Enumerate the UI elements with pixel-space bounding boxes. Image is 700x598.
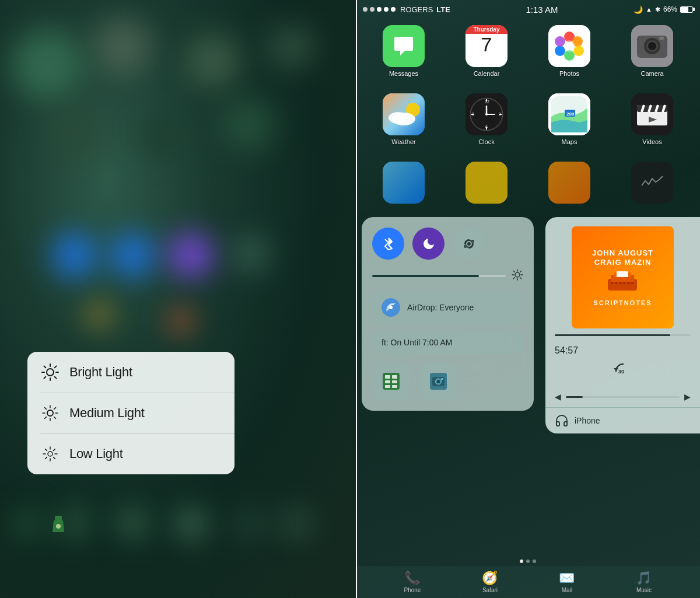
volume-max-icon: ▶: [684, 392, 691, 401]
airdrop-icon: [382, 298, 400, 317]
volume-mute-icon: ◀: [555, 392, 561, 401]
calendar-month: Thursday: [466, 25, 508, 34]
svg-text:9: 9: [472, 112, 474, 116]
dock-safari[interactable]: 🧭 Safari: [482, 571, 498, 593]
app-messages[interactable]: Messages: [365, 25, 443, 77]
svg-line-14: [45, 408, 47, 410]
medium-light-option[interactable]: Medium Light: [27, 393, 235, 433]
app-partial-3[interactable]: [530, 162, 608, 204]
typewriter-icon: [592, 270, 653, 296]
bluetooth-toggle[interactable]: [372, 228, 404, 260]
videos-icon: [631, 93, 673, 135]
svg-rect-102: [619, 282, 622, 284]
nightshift-button[interactable]: ft: On Until 7:00 AM: [372, 331, 523, 354]
rotation-lock-toggle[interactable]: [453, 228, 485, 260]
weather-label: Weather: [391, 138, 415, 145]
svg-line-5: [44, 366, 46, 368]
svg-point-61: [485, 113, 488, 116]
dock-safari-label: Safari: [482, 587, 498, 593]
signal-dot-1: [363, 7, 368, 12]
weather-icon: [383, 93, 425, 135]
maps-label: Maps: [562, 138, 578, 145]
svg-point-18: [48, 452, 52, 456]
camera-label: Camera: [640, 70, 663, 77]
app-weather[interactable]: Weather: [365, 93, 443, 145]
bright-light-option[interactable]: Bright Light: [27, 352, 235, 393]
calendar-icon: Thursday 7: [466, 25, 508, 67]
svg-line-83: [513, 278, 514, 279]
bright-light-icon: [40, 362, 60, 382]
svg-rect-104: [627, 282, 630, 284]
app-partial-4[interactable]: [613, 162, 691, 204]
svg-rect-86: [385, 375, 390, 379]
volume-control: ◀ ▶: [545, 390, 700, 407]
podcast-time-elapsed: 54:57: [545, 345, 700, 361]
calculator-quick-button[interactable]: [372, 362, 410, 400]
app-clock[interactable]: 12 3 6 9 Clock: [447, 93, 526, 145]
svg-rect-101: [615, 282, 618, 284]
flashlight-icon[interactable]: [44, 509, 73, 538]
app-partial-2[interactable]: [447, 162, 526, 204]
network-type-label: LTE: [436, 5, 450, 14]
app-partial-1[interactable]: [365, 162, 443, 204]
svg-rect-27: [55, 516, 62, 520]
svg-rect-88: [385, 380, 390, 383]
svg-line-8: [44, 377, 46, 379]
music-panel: JOHN AUGUST CRAIG MAZIN: [545, 217, 700, 433]
brightness-sun-icon: [512, 269, 523, 283]
svg-text:280: 280: [566, 111, 575, 117]
svg-point-47: [392, 113, 415, 125]
dock-phone[interactable]: 📞 Phone: [404, 571, 421, 593]
maps-icon: 280: [548, 93, 590, 135]
app-videos[interactable]: Videos: [613, 93, 691, 145]
safari-dock-icon: 🧭: [482, 571, 498, 586]
svg-point-74: [468, 243, 470, 245]
app-photos[interactable]: Photos: [530, 25, 608, 77]
medium-light-icon: [40, 403, 60, 423]
airdrop-button[interactable]: AirDrop: Everyone: [372, 291, 523, 324]
apps-row-1: Messages Thursday 7 Calendar: [362, 22, 694, 80]
page-dot-2: [526, 559, 530, 563]
signal-dot-4: [384, 7, 388, 12]
messages-icon: [383, 25, 425, 67]
svg-point-42: [648, 42, 656, 50]
app-calendar[interactable]: Thursday 7 Calendar: [447, 25, 526, 77]
low-light-label: Low Light: [69, 446, 123, 461]
partial-app-1-icon: [383, 162, 425, 204]
apps-row-2: Weather 12 3 6 9: [362, 90, 694, 148]
brightness-slider-row: [372, 269, 523, 283]
location-icon: ▲: [646, 6, 652, 13]
svg-rect-87: [392, 375, 397, 379]
mail-dock-icon: ✉️: [559, 571, 575, 586]
dock-music[interactable]: 🎵 Music: [636, 571, 652, 593]
svg-rect-90: [385, 385, 390, 388]
podcast-progress-bar[interactable]: [555, 334, 691, 336]
svg-point-0: [47, 369, 54, 376]
app-maps[interactable]: 280 Maps: [530, 93, 608, 145]
camera-icon: [631, 25, 673, 67]
output-device-row[interactable]: iPhone: [545, 407, 700, 433]
signal-dot-2: [370, 7, 374, 12]
low-light-option[interactable]: Low Light: [27, 433, 235, 474]
airdrop-label: AirDrop: Everyone: [407, 303, 474, 312]
brightness-track[interactable]: [372, 275, 506, 277]
page-dot-3: [533, 559, 536, 563]
rewind-30-button[interactable]: 30: [612, 361, 634, 385]
svg-point-75: [515, 272, 520, 277]
camera-quick-button[interactable]: [419, 362, 457, 400]
volume-track[interactable]: [566, 396, 680, 398]
night-mode-toggle[interactable]: [412, 228, 444, 260]
svg-line-23: [46, 449, 47, 451]
flashlight-context-menu: Bright Light Medium Light: [27, 352, 235, 474]
app-camera[interactable]: Camera: [613, 25, 691, 77]
podcast-progress-section: [545, 334, 700, 345]
dock-bar: 📞 Phone 🧭 Safari ✉️ Mail 🎵 Music: [356, 566, 700, 598]
svg-line-80: [513, 271, 514, 272]
svg-rect-96: [441, 378, 443, 380]
dock-mail[interactable]: ✉️ Mail: [559, 571, 575, 593]
svg-line-26: [46, 457, 47, 459]
svg-line-15: [54, 417, 56, 419]
status-right: 🌙 ▲ ✱ 66%: [634, 5, 693, 14]
svg-line-17: [45, 417, 47, 419]
photos-icon: [548, 25, 590, 67]
